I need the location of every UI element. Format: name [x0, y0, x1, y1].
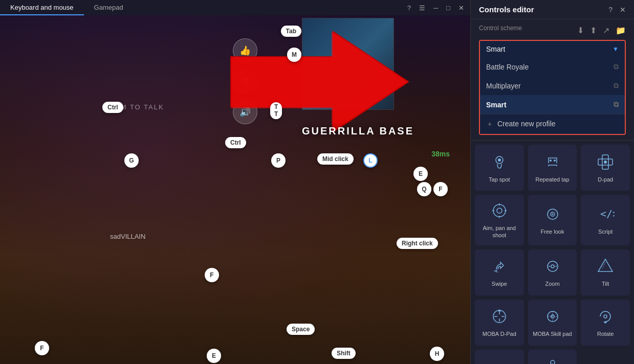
guerrilla-base-label: GUERRILLA BASE	[302, 125, 414, 137]
control-swipe[interactable]: Swipe	[475, 249, 524, 295]
svg-point-21	[552, 214, 553, 215]
dropdown-item-smart[interactable]: Smart ⧉	[480, 95, 625, 114]
zoom-label: Zoom	[545, 280, 559, 287]
control-shoot[interactable]: Shoot	[475, 350, 524, 364]
tap-to-talk: Ctrl TAP M TO TALK	[102, 103, 164, 111]
aim-label: Aim, pan and shoot	[479, 224, 520, 239]
dropdown-item-create[interactable]: ＋Create new profile	[480, 114, 625, 134]
swipe-label: Swipe	[492, 280, 507, 287]
grid-row-5: Shoot Joystick	[475, 350, 630, 364]
control-script[interactable]: </> Script	[581, 195, 630, 245]
f-key-badge-top: F	[433, 182, 448, 196]
ping-display: 38ms	[431, 150, 450, 158]
minimize-icon[interactable]: ─	[433, 4, 438, 12]
tilt-label: Tilt	[602, 280, 609, 287]
right-click-badge: Right click	[397, 238, 438, 249]
ctrl-badge-tap: Ctrl	[102, 102, 123, 113]
dpad-icon	[596, 152, 615, 172]
dropdown-item-battle-royale[interactable]: Battle Royale ⧉	[480, 57, 625, 76]
svg-point-24	[551, 265, 554, 268]
shift-key-badge: Shift	[332, 348, 356, 359]
close-icon-panel[interactable]: ✕	[620, 6, 626, 14]
joystick-icon	[543, 357, 562, 364]
zoom-icon	[543, 257, 562, 276]
freelook-label: Free look	[541, 228, 564, 235]
copy-icon-smart: ⧉	[614, 100, 619, 109]
m-key-badge: M	[287, 48, 301, 62]
grid-row-2: Aim, pan and shoot Free look </>	[475, 195, 630, 245]
controls-grid: Tap spot Repeated tap	[471, 141, 634, 364]
villain-name: sadVILLAIN	[110, 233, 145, 240]
script-label: Script	[598, 228, 613, 235]
game-area: Keyboard and mouse Gamepad ? ☰ ─ □ ✕ 👍 ⚙…	[0, 0, 470, 364]
control-tap-spot[interactable]: Tap spot	[475, 145, 524, 191]
control-aim[interactable]: Aim, pan and shoot	[475, 195, 524, 245]
control-freelook[interactable]: Free look	[528, 195, 577, 245]
control-rotate[interactable]: Rotate	[581, 300, 630, 346]
scheme-dropdown-menu: Battle Royale ⧉ Multiplayer ⧉ Smart ⧉ ＋C…	[480, 57, 625, 134]
aim-icon	[490, 201, 509, 220]
svg-marker-27	[598, 259, 613, 271]
repeated-tap-label: Repeated tap	[535, 176, 569, 183]
folder-icon[interactable]: 📁	[616, 26, 626, 35]
tt-key-badge: TT	[270, 102, 282, 119]
header-icons: ? ✕	[608, 6, 626, 14]
tab-keyboard[interactable]: Keyboard and mouse	[0, 1, 84, 15]
scheme-dropdown-selected[interactable]: Smart ▼	[480, 41, 625, 57]
share-icon[interactable]: ↗	[603, 26, 609, 35]
rotate-icon	[596, 307, 615, 326]
help-icon-panel[interactable]: ?	[608, 6, 613, 14]
control-tilt[interactable]: Tilt	[581, 249, 630, 295]
svg-point-7	[498, 158, 501, 162]
tab-gamepad[interactable]: Gamepad	[84, 1, 134, 15]
svg-marker-5	[231, 32, 407, 132]
tap-spot-label: Tap spot	[489, 176, 510, 183]
tap-spot-icon	[490, 152, 509, 172]
help-icon[interactable]: ?	[407, 4, 411, 12]
control-repeated-tap[interactable]: Repeated tap	[528, 145, 577, 191]
copy-icon-multiplayer: ⧉	[614, 81, 619, 90]
controls-panel: Controls editor ? ✕ Control scheme ⬇ ⬆ ↗…	[470, 0, 634, 364]
svg-point-13	[493, 204, 506, 217]
close-icon[interactable]: ✕	[458, 4, 464, 12]
f-key-badge-bottom: F	[35, 341, 49, 355]
control-dpad[interactable]: D-pad	[581, 145, 630, 191]
svg-point-9	[554, 160, 556, 162]
grid-row-3: Swipe Zoom	[475, 249, 630, 295]
script-icon: </>	[596, 204, 615, 224]
dropdown-arrow-icon: ▼	[613, 46, 619, 53]
moba-dpad-icon	[490, 307, 509, 326]
g-key-badge: G	[124, 153, 139, 168]
control-joystick[interactable]: Joystick	[528, 350, 577, 364]
maximize-icon[interactable]: □	[446, 4, 450, 12]
control-zoom[interactable]: Zoom	[528, 249, 577, 295]
menu-icon[interactable]: ☰	[419, 4, 425, 12]
tab-key-badge: Tab	[281, 26, 301, 37]
rotate-label: Rotate	[597, 330, 614, 337]
red-arrow	[230, 26, 409, 138]
svg-point-14	[497, 208, 502, 213]
controls-title: Controls editor	[479, 5, 534, 14]
p-key-badge: P	[271, 153, 286, 168]
moba-skill-label: MOBA Skill pad	[533, 330, 572, 337]
control-placeholder	[581, 350, 630, 364]
scheme-section: Control scheme ⬇ ⬆ ↗ 📁 Smart ▼ Battle Ro…	[471, 19, 634, 141]
e-key-badge-bottom: E	[207, 349, 221, 363]
moba-dpad-label: MOBA D-Pad	[483, 330, 516, 337]
svg-text:</>: </>	[600, 208, 615, 220]
controls-header: Controls editor ? ✕	[471, 0, 634, 19]
swipe-icon	[490, 257, 509, 276]
export-icon[interactable]: ⬆	[590, 26, 597, 35]
control-moba-skill[interactable]: MOBA Skill pad	[528, 300, 577, 346]
download-icon[interactable]: ⬇	[577, 26, 584, 35]
scheme-label: Control scheme	[479, 25, 522, 32]
l-key-badge: L	[363, 153, 378, 168]
mid-click-badge: Mid click	[317, 153, 354, 165]
control-moba-dpad[interactable]: MOBA D-Pad	[475, 300, 524, 346]
f-key-badge-mid: F	[205, 268, 219, 282]
dropdown-item-multiplayer[interactable]: Multiplayer ⧉	[480, 76, 625, 95]
scheme-dropdown-wrapper[interactable]: Smart ▼ Battle Royale ⧉ Multiplayer ⧉ Sm…	[479, 40, 626, 135]
repeated-tap-icon	[543, 152, 562, 172]
space-key-badge: Space	[287, 324, 315, 335]
grid-row-4: MOBA D-Pad MOBA Skill pad	[475, 300, 630, 346]
